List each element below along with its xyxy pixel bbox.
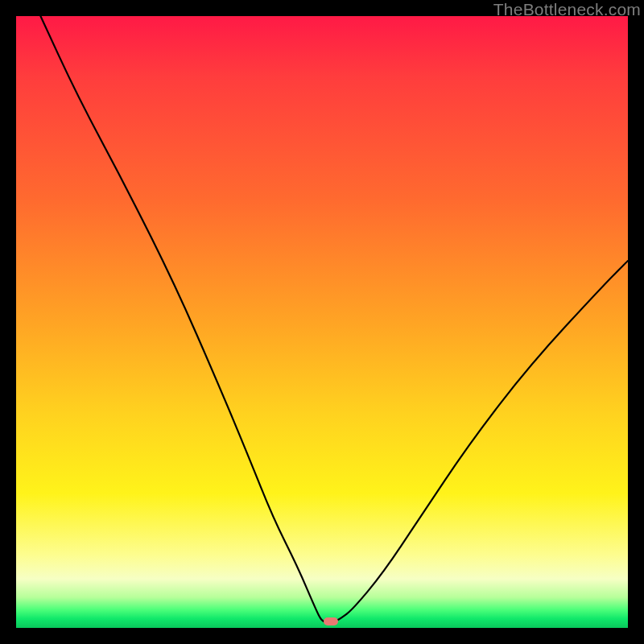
plot-area: [16, 16, 628, 628]
optimal-marker: [324, 617, 338, 625]
chart-frame: TheBottleneck.com: [0, 0, 644, 644]
bottleneck-curve: [16, 16, 628, 628]
